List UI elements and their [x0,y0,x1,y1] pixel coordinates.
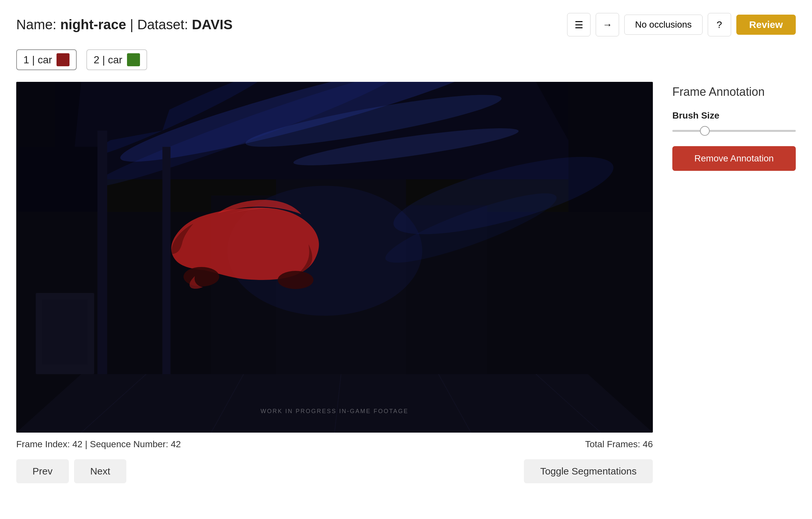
watermark-text: WORK IN PROGRESS IN-GAME FOOTAGE [260,408,409,414]
remove-annotation-button[interactable]: Remove Annotation [672,146,796,171]
svg-marker-14 [16,374,653,433]
review-label: Review [749,19,783,30]
right-panel: Frame Annotation Brush Size Remove Annot… [672,82,796,171]
toggle-segmentations-button[interactable]: Toggle Segmentations [524,459,653,483]
video-frame[interactable]: WORK IN PROGRESS IN-GAME FOOTAGE [16,82,653,433]
toggle-label: Toggle Segmentations [540,466,637,477]
occlusion-button[interactable]: No occlusions [624,15,702,35]
help-button[interactable]: ? [708,13,731,36]
next-button[interactable]: Next [74,459,127,483]
occlusion-label: No occlusions [635,20,692,30]
arrow-button[interactable]: → [596,13,619,36]
canvas-area: WORK IN PROGRESS IN-GAME FOOTAGE Frame I… [16,82,653,483]
svg-point-28 [183,267,219,286]
next-label: Next [90,466,110,477]
object-1-color-swatch [57,53,69,66]
help-icon: ? [717,19,722,30]
prev-button[interactable]: Prev [16,459,69,483]
brush-size-slider[interactable] [672,130,796,132]
arrow-icon: → [603,19,612,30]
object-label-2[interactable]: 2 | car [86,49,147,70]
object-2-id-type: 2 | car [93,54,122,66]
main-content: WORK IN PROGRESS IN-GAME FOOTAGE Frame I… [16,82,796,483]
header-title: Name: night-race | Dataset: DAVIS [16,17,233,32]
header: Name: night-race | Dataset: DAVIS ☰ → No… [16,13,796,36]
brush-slider-container [672,127,796,133]
object-1-id-type: 1 | car [23,54,52,66]
svg-rect-24 [163,147,171,374]
svg-rect-26 [42,299,88,365]
object-label-1[interactable]: 1 | car [16,49,77,70]
list-icon: ☰ [575,19,583,31]
annotation-canvas[interactable]: WORK IN PROGRESS IN-GAME FOOTAGE [16,82,653,433]
brush-size-label: Brush Size [672,110,796,121]
svg-point-29 [278,271,313,289]
object-labels: 1 | car 2 | car [16,49,796,70]
frame-index-label: Frame Index: 42 | Sequence Number: 42 [16,439,181,450]
total-frames-label: Total Frames: 46 [585,439,653,450]
list-button[interactable]: ☰ [567,13,590,36]
frame-info: Frame Index: 42 | Sequence Number: 42 To… [16,439,653,450]
object-2-color-swatch [127,53,140,66]
nav-left: Prev Next [16,459,126,483]
svg-rect-23 [97,131,107,374]
header-controls: ☰ → No occlusions ? Review [567,13,796,36]
remove-label: Remove Annotation [694,153,774,163]
panel-title: Frame Annotation [672,85,796,99]
review-button[interactable]: Review [736,15,796,35]
nav-row: Prev Next Toggle Segmentations [16,459,653,483]
prev-label: Prev [32,466,53,477]
